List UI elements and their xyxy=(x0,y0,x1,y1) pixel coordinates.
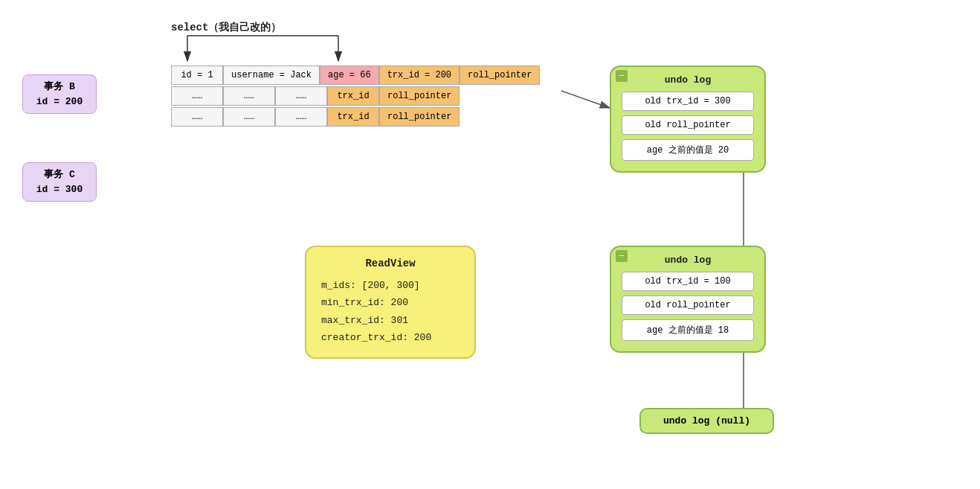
undo-log-2-item-1: old trx_id = 100 xyxy=(622,272,754,291)
cell-trxid-2: trx_id xyxy=(327,86,379,106)
tx-b-line1: 事务 B xyxy=(44,81,75,92)
undo-log-2-item-3: age 之前的值是 18 xyxy=(622,319,754,341)
select-label: select（我自己改的） xyxy=(171,21,281,34)
readview-title: ReadView xyxy=(321,258,460,269)
undo-log-1-title: undo log xyxy=(622,74,754,86)
table-row: …… …… …… trx_id roll_pointer xyxy=(171,107,540,127)
fold-corner-1: — xyxy=(616,70,628,82)
tx-c-line1: 事务 C xyxy=(44,169,75,180)
cell-id: id = 1 xyxy=(171,65,223,85)
readview-content: m_ids: [200, 300] min_trx_id: 200 max_tr… xyxy=(321,277,460,347)
undo-log-1-item-1: old trx_id = 300 xyxy=(622,92,754,111)
undo-log-1: — undo log old trx_id = 300 old roll_poi… xyxy=(610,65,766,173)
cell-rollptr-1: roll_pointer xyxy=(460,65,540,85)
tx-b-line2: id = 200 xyxy=(36,96,83,107)
undo-log-1-item-2: old roll_pointer xyxy=(622,115,754,135)
cell-dots-5: …… xyxy=(223,107,275,127)
readview-line-2: min_trx_id: 200 xyxy=(321,294,460,311)
cell-trxid-3: trx_id xyxy=(327,107,379,127)
readview-line-1: m_ids: [200, 300] xyxy=(321,277,460,294)
undo-log-2-item-2: old roll_pointer xyxy=(622,295,754,315)
cell-dots-2: …… xyxy=(223,86,275,106)
cell-username: username = Jack xyxy=(223,65,320,85)
cell-dots-1: …… xyxy=(171,86,223,106)
fold-corner-2: — xyxy=(616,250,628,262)
transaction-b-box: 事务 B id = 200 xyxy=(22,74,97,114)
svg-line-5 xyxy=(561,91,610,108)
undo-log-null-title: undo log (null) xyxy=(663,415,750,426)
table-row: id = 1 username = Jack age = 66 trx_id =… xyxy=(171,65,540,85)
cell-rollptr-2: roll_pointer xyxy=(379,86,460,106)
cell-dots-6: …… xyxy=(275,107,327,127)
cell-trxid-1: trx_id = 200 xyxy=(379,65,460,85)
cell-dots-4: …… xyxy=(171,107,223,127)
cell-age: age = 66 xyxy=(320,65,379,85)
readview-box: ReadView m_ids: [200, 300] min_trx_id: 2… xyxy=(305,246,476,359)
undo-log-null: undo log (null) xyxy=(639,408,774,434)
transaction-c-box: 事务 C id = 300 xyxy=(22,162,97,202)
undo-log-1-item-3: age 之前的值是 20 xyxy=(622,139,754,161)
undo-log-2-title: undo log xyxy=(622,255,754,266)
tx-c-line2: id = 300 xyxy=(36,184,83,195)
readview-line-3: max_trx_id: 301 xyxy=(321,312,460,329)
readview-line-4: creator_trx_id: 200 xyxy=(321,329,460,346)
cell-rollptr-3: roll_pointer xyxy=(379,107,460,127)
cell-dots-3: …… xyxy=(275,86,327,106)
table-row: …… …… …… trx_id roll_pointer xyxy=(171,86,540,106)
diagram: 事务 B id = 200 事务 C id = 300 select（我自己改的… xyxy=(0,0,980,489)
undo-log-2: — undo log old trx_id = 100 old roll_poi… xyxy=(610,246,766,353)
data-table: id = 1 username = Jack age = 66 trx_id =… xyxy=(171,65,540,127)
